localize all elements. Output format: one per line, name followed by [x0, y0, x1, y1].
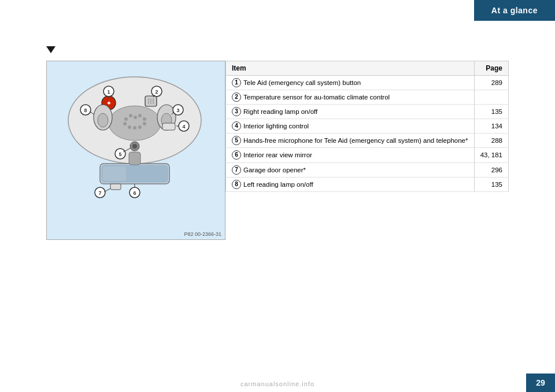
svg-text:1: 1	[107, 89, 110, 95]
table-cell-item: 8Left reading lamp on/off	[226, 177, 475, 191]
table-cell-page: 289	[474, 76, 508, 90]
svg-point-3	[129, 114, 132, 117]
svg-text:6: 6	[133, 190, 136, 196]
item-description: Garage door opener*	[243, 165, 468, 175]
table-row: 6Interior rear view mirror43, 181	[226, 148, 509, 162]
svg-text:4: 4	[182, 124, 185, 130]
table-cell-item: 6Interior rear view mirror	[226, 148, 475, 162]
page-number: 29	[526, 373, 555, 392]
item-description: Hands-free microphone for Tele Aid (emer…	[243, 136, 468, 145]
item-description: Interior lighting control	[243, 121, 468, 131]
svg-text:✦: ✦	[106, 100, 112, 106]
svg-point-9	[133, 126, 136, 130]
table-header-item: Item	[226, 61, 475, 76]
svg-rect-41	[129, 152, 140, 165]
table-cell-item: 2Temperature sensor for au-tomatic clima…	[226, 90, 475, 105]
item-description: Left reading lamp on/off	[243, 180, 468, 189]
table-cell-page: 134	[474, 119, 508, 134]
svg-point-34	[98, 113, 108, 127]
table-cell-page: 288	[474, 134, 508, 148]
table-row: 4Interior lighting control134	[226, 119, 509, 134]
table-row: 8Left reading lamp on/off135	[226, 177, 509, 191]
svg-point-5	[138, 114, 142, 117]
svg-point-7	[123, 122, 127, 125]
item-number: 1	[232, 78, 241, 87]
watermark: carmanualsonline.info	[240, 380, 314, 387]
svg-point-4	[134, 116, 137, 119]
diagram-inner: ✦ 1 2	[47, 61, 225, 239]
table-row: 2Temperature sensor for au-tomatic clima…	[226, 90, 509, 105]
table-cell-page: 43, 181	[474, 148, 508, 162]
table-cell-item: 7Garage door opener*	[226, 162, 475, 177]
svg-rect-40	[103, 167, 126, 181]
table-cell-item: 5Hands-free microphone for Tele Aid (eme…	[226, 134, 475, 148]
item-number: 7	[232, 165, 241, 175]
table-row: 3Right reading lamp on/off135	[226, 105, 509, 119]
table-cell-page: 296	[474, 162, 508, 177]
section-marker	[46, 46, 56, 53]
item-number: 5	[232, 136, 241, 145]
svg-point-6	[143, 117, 146, 121]
item-number: 8	[232, 180, 241, 189]
table-row: 7Garage door opener*296	[226, 162, 509, 177]
image-credit: P82 00-2366-31	[184, 231, 221, 237]
svg-text:3: 3	[176, 108, 179, 113]
page-container: At a glance 29	[0, 0, 555, 392]
item-number: 6	[232, 150, 241, 160]
header-tab: At a glance	[474, 0, 555, 21]
table-cell-page: 135	[474, 177, 508, 191]
table-cell-item: 4Interior lighting control	[226, 119, 475, 134]
item-number: 3	[232, 107, 241, 116]
svg-point-1	[109, 106, 161, 140]
svg-point-43	[132, 144, 137, 149]
table-row: 1Tele Aid (emergency call system) button…	[226, 76, 509, 90]
main-content: ✦ 1 2	[46, 46, 509, 357]
svg-text:2: 2	[155, 89, 158, 95]
svg-text:7: 7	[98, 190, 101, 196]
table-cell-item: 1Tele Aid (emergency call system) button	[226, 76, 475, 90]
svg-text:8: 8	[84, 108, 87, 113]
item-description: Temperature sensor for au-tomatic climat…	[243, 93, 468, 102]
table-header-page: Page	[474, 61, 508, 76]
svg-text:5: 5	[119, 151, 121, 157]
item-number: 2	[232, 93, 241, 102]
table-row: 5Hands-free microphone for Tele Aid (eme…	[226, 134, 509, 148]
ceiling-console-svg: ✦ 1 2	[54, 68, 216, 230]
content-row: ✦ 1 2	[46, 61, 509, 240]
svg-rect-29	[162, 123, 175, 130]
item-description: Interior rear view mirror	[243, 150, 468, 160]
diagram-box: ✦ 1 2	[46, 61, 225, 240]
svg-rect-50	[110, 184, 121, 190]
info-table: Item Page 1Tele Aid (emergency call syst…	[225, 61, 509, 192]
svg-point-8	[128, 125, 131, 129]
table-cell-page: 135	[474, 105, 508, 119]
table-cell-item: 3Right reading lamp on/off	[226, 105, 475, 119]
item-description: Tele Aid (emergency call system) button	[243, 78, 468, 87]
table-cell-page	[474, 90, 508, 105]
item-number: 4	[232, 121, 241, 131]
svg-point-11	[143, 122, 146, 125]
svg-point-2	[124, 117, 128, 121]
header-tab-label: At a glance	[491, 6, 538, 15]
svg-point-10	[138, 125, 142, 129]
item-description: Right reading lamp on/off	[243, 107, 468, 116]
